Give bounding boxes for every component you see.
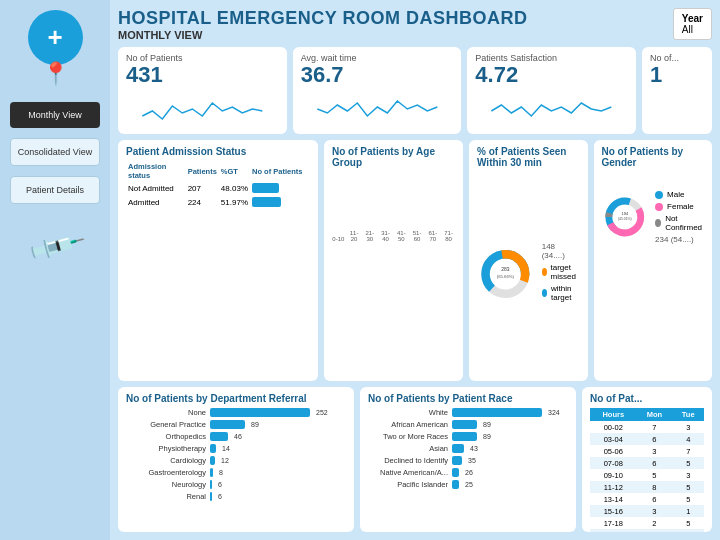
hours-cell-hours: 11-12: [590, 481, 636, 493]
table-row: 15-16 3 1: [590, 505, 704, 517]
dept-bar-ortho: Orthopedics 46: [126, 432, 346, 441]
hours-cell-hours: 09-10: [590, 469, 636, 481]
age-group-chart: 0-10 11-20 21-30 31-40: [332, 172, 455, 242]
race-fill-african: [452, 420, 477, 429]
race-label-asian: Asian: [368, 444, 448, 453]
hours-cell-tue: 5: [672, 517, 704, 529]
admission-col-pct: %GT: [219, 161, 250, 181]
dept-bar-none: None 252: [126, 408, 346, 417]
header-title-area: HOSPITAL EMERGENCY ROOM DASHBOARD MONTHL…: [118, 8, 528, 41]
hours-cell-mon: 5: [636, 469, 672, 481]
age-bar-61-70: 61-70: [427, 228, 440, 242]
admission-col-patients: Patients: [186, 161, 219, 181]
age-bar-51-60: 51-60: [411, 228, 424, 242]
dept-value-cardio: 12: [221, 457, 229, 464]
age-bar-41-50: 41-50: [395, 228, 408, 242]
department-panel: No of Patients by Department Referral No…: [118, 387, 354, 532]
year-filter[interactable]: Year All: [673, 8, 712, 40]
dept-label-physio: Physiotherapy: [126, 444, 206, 453]
kpi-waittime-value: 36.7: [301, 63, 454, 87]
gender-donut: 194 (45.01%): [602, 172, 648, 262]
dept-value-ortho: 46: [234, 433, 242, 440]
dept-fill-none: [210, 408, 310, 417]
race-bar-two-races: Two or More Races 89: [368, 432, 568, 441]
table-row: 13-14 6 5: [590, 493, 704, 505]
dept-value-none: 252: [316, 409, 328, 416]
race-fill-native: [452, 468, 459, 477]
dept-bar-cardio: Cardiology 12: [126, 456, 346, 465]
hours-cell-tue: 3: [672, 421, 704, 433]
admission-status-table: Admission status Patients %GT No of Pati…: [126, 161, 310, 209]
race-bar-declined: Declined to Identify 35: [368, 456, 568, 465]
admission-not-admitted-bar: [250, 181, 310, 195]
kpi-card-satisfaction: Patients Satisfaction 4.72: [467, 47, 636, 134]
hours-cell-hours: 15-16: [590, 505, 636, 517]
not-confirmed-dot-icon: [655, 219, 661, 227]
kpi-patients-chart: [126, 91, 279, 126]
race-bars: White 324 African American 89 Two or Mor…: [368, 408, 568, 489]
within-legend-label: within target: [551, 284, 580, 302]
legend-female: Female: [655, 202, 704, 211]
race-fill-white: [452, 408, 542, 417]
seen-within-donut-area: 283 (65.66%) 148 (34....) target missed …: [477, 172, 580, 375]
svg-text:194: 194: [621, 211, 628, 216]
page-title: HOSPITAL EMERGENCY ROOM DASHBOARD: [118, 8, 528, 29]
sidebar-patient-details-btn[interactable]: Patient Details: [10, 176, 100, 204]
not-confirmed-label: Not Confirmed: [665, 214, 704, 232]
hours-col-tue: Tue: [672, 408, 704, 421]
race-fill-asian: [452, 444, 464, 453]
hours-cell-mon: 6: [636, 433, 672, 445]
gender-title: No of Patients by Gender: [602, 146, 705, 168]
logo-icon: +: [28, 10, 83, 65]
sidebar: + 📍 Monthly View Consolidated View Patie…: [0, 0, 110, 540]
seen-within-panel: % of Patients Seen Within 30 min 283 (65…: [469, 140, 588, 381]
hours-cell-mon: 6: [636, 457, 672, 469]
race-bar-native: Native American/A... 26: [368, 468, 568, 477]
dept-bar-renal: Renal 6: [126, 492, 346, 501]
race-bar-asian: Asian 43: [368, 444, 568, 453]
race-fill-declined: [452, 456, 462, 465]
race-value-african: 89: [483, 421, 491, 428]
age-bar-0-10: 0-10: [332, 234, 345, 242]
mid-row: Patient Admission Status Admission statu…: [118, 140, 712, 381]
race-value-white: 324: [548, 409, 560, 416]
dept-bar-physio: Physiotherapy 14: [126, 444, 346, 453]
race-label-african: African American: [368, 420, 448, 429]
admission-col-status: Admission status: [126, 161, 186, 181]
dept-bar-neuro: Neurology 6: [126, 480, 346, 489]
dept-label-cardio: Cardiology: [126, 456, 206, 465]
race-bar-pacific: Pacific Islander 25: [368, 480, 568, 489]
dept-value-renal: 6: [218, 493, 222, 500]
sidebar-monthly-view-btn[interactable]: Monthly View: [10, 102, 100, 128]
hours-cell-tue: 3: [672, 469, 704, 481]
table-row: 07-08 6 5: [590, 457, 704, 469]
dept-value-physio: 14: [222, 445, 230, 452]
hours-col-mon: Mon: [636, 408, 672, 421]
admission-status-panel: Patient Admission Status Admission statu…: [118, 140, 318, 381]
race-bar-african: African American 89: [368, 420, 568, 429]
logo-area: + 📍: [28, 10, 83, 87]
hours-cell-hours: 07-08: [590, 457, 636, 469]
syringe-icon: 💉: [24, 215, 87, 277]
within-dot-icon: [542, 289, 547, 297]
sidebar-consolidated-view-btn[interactable]: Consolidated View: [10, 138, 100, 166]
table-row: Not Admitted 207 48.03%: [126, 181, 310, 195]
hours-cell-mon: 8: [636, 529, 672, 532]
bottom-row: No of Patients by Department Referral No…: [118, 387, 712, 532]
race-value-declined: 35: [468, 457, 476, 464]
seen-within-legend: 148 (34....) target missed within target: [542, 242, 580, 305]
race-value-native: 26: [465, 469, 473, 476]
kpi-satisfaction-chart: [475, 91, 628, 126]
dept-value-gastro: 8: [219, 469, 223, 476]
department-bars: None 252 General Practice 89 Orthopedics…: [126, 408, 346, 501]
dept-fill-physio: [210, 444, 216, 453]
hours-cell-hours: 19-20: [590, 529, 636, 532]
hours-cell-mon: 7: [636, 421, 672, 433]
dept-label-gp: General Practice: [126, 420, 206, 429]
race-label-white: White: [368, 408, 448, 417]
age-group-title: No of Patients by Age Group: [332, 146, 455, 168]
year-filter-value: All: [682, 24, 693, 35]
kpi-card-waittime: Avg. wait time 36.7: [293, 47, 462, 134]
legend-not-confirmed: Not Confirmed: [655, 214, 704, 232]
hours-cell-hours: 00-02: [590, 421, 636, 433]
